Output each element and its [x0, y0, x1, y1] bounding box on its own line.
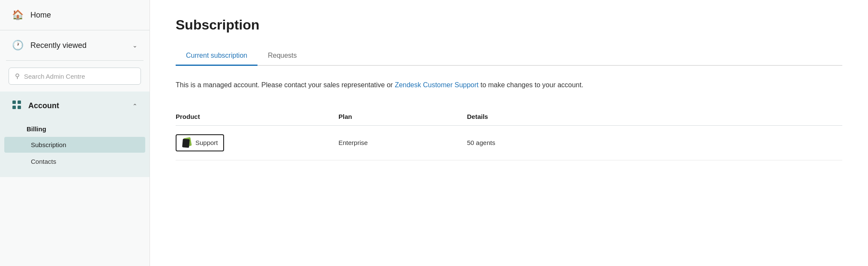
plan-cell: Enterprise	[338, 139, 467, 146]
tab-requests[interactable]: Requests	[257, 47, 307, 66]
search-container: ⚲ Search Admin Centre	[0, 61, 150, 92]
account-icon	[12, 100, 21, 112]
recently-viewed-left: 🕐 Recently viewed	[12, 40, 87, 51]
sidebar-item-contacts[interactable]: Contacts	[4, 154, 145, 169]
managed-account-message: This is a managed account. Please contac…	[176, 80, 647, 91]
svg-rect-0	[12, 100, 16, 104]
tabs: Current subscription Requests	[176, 47, 842, 66]
sidebar-item-home[interactable]: 🏠 Home	[0, 0, 150, 30]
table-header: Product Plan Details	[176, 108, 842, 126]
search-box[interactable]: ⚲ Search Admin Centre	[9, 68, 141, 85]
product-cell: Support	[176, 134, 338, 151]
tab-current-subscription[interactable]: Current subscription	[176, 47, 257, 66]
col-header-product: Product	[176, 113, 338, 120]
support-icon	[182, 138, 192, 148]
sidebar: 🏠 Home 🕐 Recently viewed ⌄ ⚲ Search Admi…	[0, 0, 150, 266]
svg-rect-2	[12, 106, 16, 109]
chevron-down-icon: ⌄	[132, 42, 138, 49]
clock-icon: 🕐	[12, 40, 24, 51]
sidebar-item-account[interactable]: Account ⌃	[0, 92, 150, 120]
zendesk-support-link[interactable]: Zendesk Customer Support	[395, 81, 479, 89]
svg-rect-1	[18, 100, 21, 104]
page-title: Subscription	[176, 17, 842, 33]
tab-requests-label: Requests	[268, 52, 297, 59]
sidebar-home-label: Home	[30, 11, 51, 20]
home-icon: 🏠	[12, 9, 24, 21]
contacts-label: Contacts	[31, 158, 56, 165]
managed-text-part1: This is a managed account. Please contac…	[176, 81, 395, 89]
billing-group-label: Billing	[0, 120, 150, 136]
plan-value: Enterprise	[338, 139, 368, 146]
subscription-label: Subscription	[31, 141, 66, 148]
chevron-up-icon: ⌃	[132, 103, 138, 109]
search-icon: ⚲	[15, 72, 20, 80]
sidebar-item-subscription[interactable]: Subscription	[4, 137, 145, 153]
col-header-details: Details	[467, 113, 842, 120]
zendesk-support-link-text: Zendesk Customer Support	[395, 81, 479, 89]
sidebar-item-recently-viewed[interactable]: 🕐 Recently viewed ⌄	[0, 30, 150, 60]
product-badge-support: Support	[176, 134, 224, 151]
account-left: Account	[12, 100, 59, 112]
product-name: Support	[195, 139, 218, 146]
managed-text-part2: to make changes to your account.	[479, 81, 584, 89]
details-value: 50 agents	[467, 139, 495, 146]
sidebar-account-section: Account ⌃ Billing Subscription Contacts	[0, 92, 150, 177]
recently-viewed-label: Recently viewed	[30, 41, 87, 50]
search-input-placeholder: Search Admin Centre	[24, 73, 85, 80]
account-label: Account	[28, 101, 59, 110]
svg-rect-3	[18, 106, 21, 109]
details-cell: 50 agents	[467, 139, 842, 146]
table-row: Support Enterprise 50 agents	[176, 126, 842, 160]
col-header-plan: Plan	[338, 113, 467, 120]
main-content: Subscription Current subscription Reques…	[150, 0, 868, 266]
sidebar-sub-items: Billing Subscription Contacts	[0, 120, 150, 177]
tab-current-label: Current subscription	[186, 52, 247, 59]
